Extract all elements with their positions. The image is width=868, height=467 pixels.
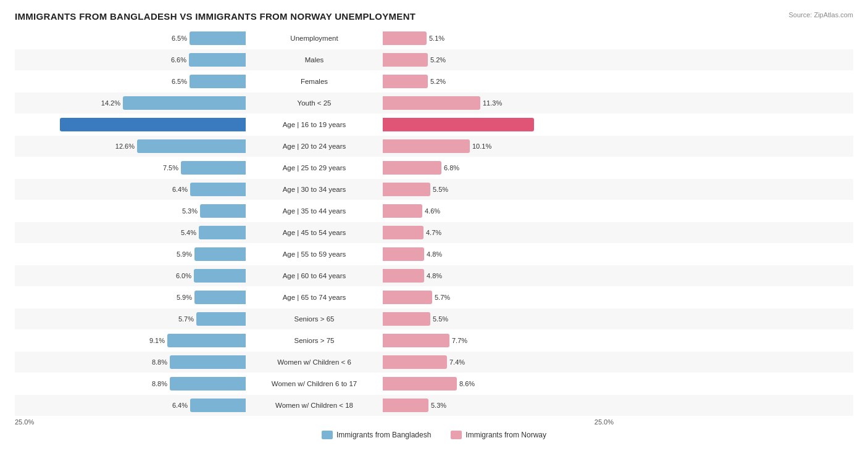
right-bar-area: 10.1% bbox=[379, 139, 614, 153]
right-value: 4.6% bbox=[425, 207, 440, 215]
right-bar-area: 7.4% bbox=[379, 355, 614, 369]
left-value: 6.6% bbox=[171, 56, 186, 64]
right-bar bbox=[383, 269, 424, 283]
row-label: Age | 60 to 64 years bbox=[249, 272, 379, 279]
right-bar bbox=[383, 183, 430, 196]
right-bar-area: 5.3% bbox=[379, 399, 614, 412]
legend-bangladesh: Immigrants from Bangladesh bbox=[322, 431, 431, 439]
chart-row: 8.8% Women w/ Children 6 to 17 8.6% bbox=[15, 373, 853, 394]
legend-bangladesh-label: Immigrants from Bangladesh bbox=[336, 431, 431, 439]
left-bar-area: 8.8% bbox=[15, 355, 249, 369]
chart-row: 6.0% Age | 60 to 64 years 4.8% bbox=[15, 265, 853, 286]
left-value: 9.1% bbox=[149, 337, 165, 344]
right-bar bbox=[383, 334, 449, 347]
legend: Immigrants from Bangladesh Immigrants fr… bbox=[15, 431, 853, 439]
row-label: Unemployment bbox=[249, 35, 379, 42]
left-bar bbox=[196, 312, 246, 326]
right-bar bbox=[383, 312, 430, 326]
left-value: 6.4% bbox=[172, 186, 188, 193]
row-label: Age | 30 to 34 years bbox=[249, 186, 379, 193]
right-bar-area: 5.2% bbox=[379, 53, 614, 67]
right-bar bbox=[383, 75, 428, 88]
left-bar-area: 14.2% bbox=[15, 96, 249, 110]
row-label: Females bbox=[249, 78, 379, 85]
row-label: Age | 16 to 19 years bbox=[249, 121, 379, 128]
right-value: 17.5% bbox=[536, 121, 563, 128]
right-value: 4.7% bbox=[426, 229, 441, 236]
row-label: Age | 65 to 74 years bbox=[249, 294, 379, 301]
right-value: 4.8% bbox=[427, 272, 442, 279]
right-value: 4.8% bbox=[427, 250, 442, 258]
left-bar-area: 5.4% bbox=[15, 226, 249, 239]
left-bar bbox=[170, 377, 246, 391]
right-value: 11.3% bbox=[483, 99, 502, 107]
right-bar-area: 11.3% bbox=[379, 96, 614, 110]
right-value: 6.8% bbox=[444, 164, 459, 172]
right-bar bbox=[383, 226, 424, 239]
left-bar bbox=[181, 161, 246, 175]
left-value: 6.5% bbox=[172, 78, 187, 85]
legend-norway: Immigrants from Norway bbox=[451, 431, 546, 439]
right-bar bbox=[383, 161, 441, 175]
row-label: Women w/ Children < 18 bbox=[249, 402, 379, 409]
left-bar-area: 6.4% bbox=[15, 399, 249, 412]
left-bar-area: 8.8% bbox=[15, 377, 249, 391]
right-value: 5.3% bbox=[431, 402, 446, 409]
left-bar-area: 6.5% bbox=[15, 75, 249, 88]
left-bar bbox=[167, 334, 246, 347]
left-bar bbox=[170, 355, 246, 369]
left-bar bbox=[194, 247, 246, 261]
right-bar-area: 4.8% bbox=[379, 247, 614, 261]
right-bar-area: 5.7% bbox=[379, 291, 614, 304]
left-value: 5.9% bbox=[177, 294, 192, 301]
chart-row: 6.5% Females 5.2% bbox=[15, 71, 853, 92]
right-value: 8.6% bbox=[459, 380, 475, 387]
right-value: 7.4% bbox=[449, 358, 465, 366]
left-bar bbox=[123, 96, 246, 110]
left-value: 5.9% bbox=[177, 250, 192, 258]
left-bar-area: 6.4% bbox=[15, 183, 249, 196]
chart-row: 5.9% Age | 65 to 74 years 5.7% bbox=[15, 287, 853, 308]
legend-norway-color bbox=[451, 431, 462, 439]
right-value: 5.2% bbox=[430, 78, 446, 85]
left-value: 7.5% bbox=[163, 164, 178, 172]
row-label: Women w/ Children 6 to 17 bbox=[249, 380, 379, 387]
chart-row: 14.2% Youth < 25 11.3% bbox=[15, 93, 853, 114]
row-label: Age | 35 to 44 years bbox=[249, 207, 379, 215]
right-value: 5.1% bbox=[429, 35, 444, 42]
chart-row: 5.3% Age | 35 to 44 years 4.6% bbox=[15, 200, 853, 221]
right-bar-area: 5.2% bbox=[379, 75, 614, 88]
right-bar-area: 5.5% bbox=[379, 312, 614, 326]
left-bar-area: 5.7% bbox=[15, 312, 249, 326]
right-bar-area: 6.8% bbox=[379, 161, 614, 175]
left-bar bbox=[199, 226, 246, 239]
row-label: Age | 25 to 29 years bbox=[249, 164, 379, 172]
chart-row: 6.6% Males 5.2% bbox=[15, 49, 853, 70]
chart-row: 6.4% Women w/ Children < 18 5.3% bbox=[15, 395, 853, 416]
row-label: Males bbox=[249, 56, 379, 64]
right-value: 7.7% bbox=[452, 337, 467, 344]
right-bar-area: 4.7% bbox=[379, 226, 614, 239]
right-value: 5.7% bbox=[435, 294, 450, 301]
right-bar-area: 17.5% bbox=[379, 118, 614, 131]
chart-row: 9.1% Seniors > 75 7.7% bbox=[15, 330, 853, 351]
right-bar bbox=[383, 31, 427, 45]
right-bar-area: 4.8% bbox=[379, 269, 614, 283]
left-bar-area: 5.9% bbox=[15, 291, 249, 304]
right-bar-area: 5.5% bbox=[379, 183, 614, 196]
left-bar bbox=[194, 269, 246, 283]
left-value: 6.0% bbox=[176, 272, 191, 279]
left-value: 12.6% bbox=[115, 143, 135, 150]
left-value: 6.5% bbox=[172, 35, 187, 42]
left-value: 5.7% bbox=[178, 315, 194, 323]
right-bar-area: 7.7% bbox=[379, 334, 614, 347]
legend-bangladesh-color bbox=[322, 431, 333, 439]
left-bar-area: 6.6% bbox=[15, 53, 249, 67]
left-value: 6.4% bbox=[172, 402, 188, 409]
left-bar bbox=[60, 118, 246, 131]
left-value: 8.8% bbox=[152, 358, 167, 366]
axis-row: 25.0% 25.0% bbox=[15, 418, 853, 426]
axis-right-label: 25.0% bbox=[595, 418, 614, 426]
left-value: 5.4% bbox=[181, 229, 196, 236]
chart-area: 6.5% Unemployment 5.1% 6.6% Males 5.2% 6… bbox=[15, 28, 853, 416]
